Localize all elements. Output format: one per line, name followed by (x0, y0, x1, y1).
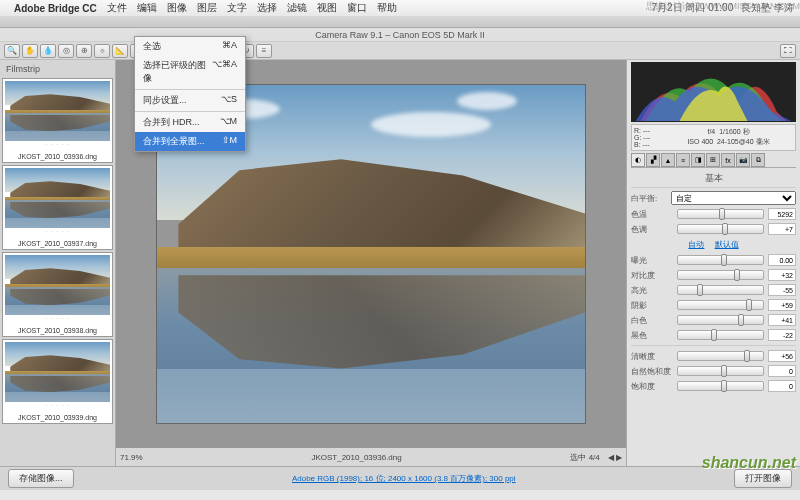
menu-window[interactable]: 窗口 (347, 1, 367, 15)
menu-select-rated[interactable]: 选择已评级的图像⌥⌘A (135, 56, 245, 88)
window-subtitle: Camera Raw 9.1 – Canon EOS 5D Mark II (0, 28, 800, 42)
slider-value-clarity[interactable]: +56 (768, 350, 796, 362)
slider-value-saturation[interactable]: 0 (768, 380, 796, 392)
slider-value-shadows[interactable]: +59 (768, 299, 796, 311)
slider-label-temp: 色温 (631, 209, 673, 220)
zoom-level[interactable]: 71.9% (120, 453, 143, 462)
tab-presets[interactable]: ⧉ (751, 153, 765, 167)
slider-value-highlights[interactable]: -55 (768, 284, 796, 296)
slider-contrast[interactable] (677, 270, 764, 280)
menu-merge-hdr[interactable]: 合并到 HDR...⌥M (135, 113, 245, 132)
thumbnail-label: JKOST_2010_03936.dng (5, 153, 110, 160)
context-menu: 全选⌘A 选择已评级的图像⌥⌘A 同步设置...⌥S 合并到 HDR...⌥M … (134, 36, 246, 152)
fullscreen-icon[interactable]: ⛶ (780, 44, 796, 58)
prefs-icon[interactable]: ≡ (256, 44, 272, 58)
slider-value-temp[interactable]: 5292 (768, 208, 796, 220)
histogram[interactable] (631, 62, 796, 122)
thumbnail-label: JKOST_2010_03937.dng (5, 240, 110, 247)
slider-label-contrast: 对比度 (631, 270, 673, 281)
menu-select[interactable]: 选择 (257, 1, 277, 15)
menu-image[interactable]: 图像 (167, 1, 187, 15)
slider-label-tint: 色调 (631, 224, 673, 235)
tab-basic[interactable]: ◐ (631, 153, 645, 167)
menu-filter[interactable]: 滤镜 (287, 1, 307, 15)
iso: ISO 400 (687, 138, 713, 145)
watermark-logo: shancun.net (702, 454, 796, 472)
menu-file[interactable]: 文件 (107, 1, 127, 15)
app-name[interactable]: Adobe Bridge CC (14, 3, 97, 14)
target-adjust-icon[interactable]: ⊕ (76, 44, 92, 58)
wb-select[interactable]: 自定 (671, 191, 796, 205)
workflow-link[interactable]: Adobe RGB (1998); 16 位; 2400 x 1600 (3.8… (292, 474, 516, 483)
straighten-icon[interactable]: 📐 (112, 44, 128, 58)
tab-split[interactable]: ◨ (691, 153, 705, 167)
tab-detail[interactable]: ▲ (661, 153, 675, 167)
slider-exposure[interactable] (677, 255, 764, 265)
wb-label: 白平衡: (631, 193, 671, 204)
tab-curve[interactable]: ▞ (646, 153, 660, 167)
auto-link[interactable]: 自动 (688, 240, 704, 249)
save-image-button[interactable]: 存储图像... (8, 469, 74, 488)
menu-sync-settings[interactable]: 同步设置...⌥S (135, 91, 245, 110)
thumbnail-label: JKOST_2010_03939.dng (5, 414, 110, 421)
thumbnail-item[interactable]: · · · · · JKOST_2010_03936.dng (2, 78, 113, 163)
slider-highlights[interactable] (677, 285, 764, 295)
lens: 24-105@40 毫米 (717, 138, 770, 145)
slider-vibrance[interactable] (677, 366, 764, 376)
thumbnail-item[interactable]: · · · · · JKOST_2010_03937.dng (2, 165, 113, 250)
menu-view[interactable]: 视图 (317, 1, 337, 15)
slider-value-vibrance[interactable]: 0 (768, 365, 796, 377)
slider-value-exposure[interactable]: 0.00 (768, 254, 796, 266)
slider-label-vibrance: 自然饱和度 (631, 366, 673, 377)
metadata-readout: R: --- G: --- B: --- f/4 1/1600 秒 ISO 40… (631, 124, 796, 151)
slider-blacks[interactable] (677, 330, 764, 340)
filmstrip-panel: Filmstrip · · · · · JKOST_2010_03936.dng… (0, 60, 116, 466)
slider-value-tint[interactable]: +7 (768, 223, 796, 235)
menu-type[interactable]: 文字 (227, 1, 247, 15)
panel-title: 基本 (631, 170, 796, 188)
watermark-top: 思缘设计论坛 WWW.MISSYUAN.COM (646, 0, 801, 13)
menu-help[interactable]: 帮助 (377, 1, 397, 15)
tab-lens[interactable]: ⊞ (706, 153, 720, 167)
slider-saturation[interactable] (677, 381, 764, 391)
crop-tool-icon[interactable]: ⟐ (94, 44, 110, 58)
tab-fx[interactable]: fx (721, 153, 735, 167)
slider-label-highlights: 高光 (631, 285, 673, 296)
panel-tabs: ◐ ▞ ▲ ≡ ◨ ⊞ fx 📷 ⧉ (631, 153, 796, 168)
tab-camera[interactable]: 📷 (736, 153, 750, 167)
thumbnail-label: JKOST_2010_03938.dng (5, 327, 110, 334)
wb-tool-icon[interactable]: 💧 (40, 44, 56, 58)
readout-r: R: --- (634, 127, 664, 134)
tab-hsl[interactable]: ≡ (676, 153, 690, 167)
thumbnail-item[interactable]: · · · · · JKOST_2010_03939.dng (2, 339, 113, 424)
default-link[interactable]: 默认值 (715, 240, 739, 249)
menu-edit[interactable]: 编辑 (137, 1, 157, 15)
slider-label-clarity: 清晰度 (631, 351, 673, 362)
slider-value-contrast[interactable]: +32 (768, 269, 796, 281)
menu-merge-panorama[interactable]: 合并到全景图...⇧M (135, 132, 245, 151)
slider-label-blacks: 黑色 (631, 330, 673, 341)
aperture: f/4 (707, 128, 715, 135)
camera-raw-toolbar: 🔍 ✋ 💧 ◎ ⊕ ⟐ 📐 ◐ 👁 🖌 ▭ ◯ ↺ ↻ ≡ ⛶ (0, 42, 800, 60)
slider-label-saturation: 饱和度 (631, 381, 673, 392)
zoom-tool-icon[interactable]: 🔍 (4, 44, 20, 58)
app-toolbar (0, 16, 800, 28)
adjustments-panel: R: --- G: --- B: --- f/4 1/1600 秒 ISO 40… (626, 60, 800, 466)
slider-temp[interactable] (677, 209, 764, 219)
filmstrip-header: Filmstrip (2, 62, 113, 76)
menu-select-all[interactable]: 全选⌘A (135, 37, 245, 56)
slider-clarity[interactable] (677, 351, 764, 361)
slider-label-shadows: 阴影 (631, 300, 673, 311)
bottom-bar: 存储图像... Adobe RGB (1998); 16 位; 2400 x 1… (0, 466, 800, 490)
slider-shadows[interactable] (677, 300, 764, 310)
slider-value-blacks[interactable]: -22 (768, 329, 796, 341)
slider-tint[interactable] (677, 224, 764, 234)
readout-g: G: --- (634, 134, 664, 141)
color-sampler-icon[interactable]: ◎ (58, 44, 74, 58)
slider-whites[interactable] (677, 315, 764, 325)
menu-layer[interactable]: 图层 (197, 1, 217, 15)
hand-tool-icon[interactable]: ✋ (22, 44, 38, 58)
thumbnail-item[interactable]: · · · · · JKOST_2010_03938.dng (2, 252, 113, 337)
slider-value-whites[interactable]: +41 (768, 314, 796, 326)
canvas-footer: 71.9% JKOST_2010_03936.dng 选中 4/4 ◀ ▶ (116, 448, 626, 466)
